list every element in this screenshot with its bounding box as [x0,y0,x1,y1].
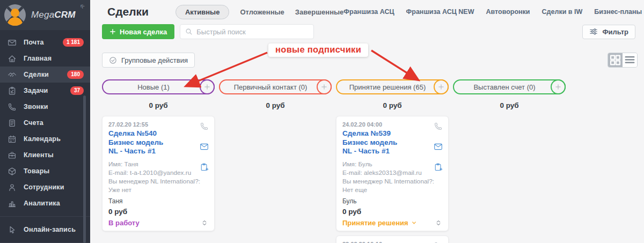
calendar-icon [8,135,17,144]
deal-card-footer: Принятие решения [342,219,442,227]
sidebar-item-deals[interactable]: Сделки 180 [0,67,90,83]
check-circle-icon [109,56,117,64]
kanban-column-invoice: Выставлен счет (0) 0 руб [453,79,566,243]
deal-datetime: 27.02.20 12:55 [108,121,208,128]
sidebar-scrollbar[interactable] [83,95,86,243]
tab-completed[interactable]: Завершенные [295,8,343,16]
deal-fields: Имя: Таня E-mail: t-a-t.2010@yandex.ru В… [108,160,208,194]
handshake-icon [8,70,17,79]
deal-card-actions [434,241,443,243]
plus-icon [320,83,328,91]
expand-card-icon[interactable] [201,219,208,227]
tab-active[interactable]: Активные [175,5,229,19]
sidebar: « MegaCRM Почта 1 181 Главная Сделки 180… [0,0,90,243]
deal-title[interactable]: Сделка №540 Бизнес модель NL - Часть #1 [108,129,165,156]
column-header: Первичный контакт (0) [219,79,332,94]
sidebar-item-tasks[interactable]: Задачи 37 [0,83,90,99]
deal-status-link[interactable]: Принятие решения [342,219,417,227]
chevron-down-icon [411,220,417,226]
phone-icon [8,102,17,112]
column-header: Принятие решения (65) [336,79,449,94]
new-deal-button[interactable]: Новая сделка [102,24,174,39]
group-actions-button[interactable]: Групповые действия [102,53,195,68]
add-deal-button[interactable] [200,79,215,94]
link-business-plans[interactable]: Бизнес-планы [594,8,642,16]
mail-icon [8,38,17,47]
search-icon [185,28,193,35]
sidebar-item-mail[interactable]: Почта 1 181 [0,34,90,50]
filter-button[interactable]: Фильтр [582,25,635,39]
column-title: Принятие решения (65) [349,83,435,91]
sidebar-item-staff[interactable]: Сотрудники [0,179,90,195]
kanban-column-new: Новые (1) 0 руб 27.02.20 12:55 Сделка №5… [102,79,215,243]
sidebar-header: « MegaCRM [0,0,90,30]
grid-view-icon[interactable] [608,53,623,67]
sidebar-item-home[interactable]: Главная [0,50,90,67]
deal-status-link[interactable]: В работу [108,219,140,227]
deal-card-footer: В работу [108,219,208,227]
column-header: Новые (1) [102,79,215,94]
deal-card[interactable]: 24.02.20 04:00 Сделка №539 Бизнес модель… [336,116,449,231]
deal-contact: Таня [108,197,208,205]
column-title: Выставлен счет (0) [473,83,545,91]
sidebar-item-products[interactable]: Товары [0,163,90,179]
home-icon [8,54,17,63]
sidebar-item-calendar[interactable]: Календарь [0,131,90,147]
page-title: Сделки [107,5,149,18]
annotation-label: новые подписчики [268,43,368,57]
bar-chart-icon [8,199,17,208]
sliders-icon [589,28,598,35]
expand-card-icon[interactable] [435,219,442,227]
box-icon [8,167,17,176]
view-toggle [608,53,638,68]
sidebar-item-online-booking[interactable]: Онлайн-запись [0,222,90,238]
link-deals-iw[interactable]: Сделки в IW [542,8,583,16]
add-deal-button[interactable] [551,79,566,94]
sidebar-item-analytics[interactable]: Аналитика [0,195,90,211]
briefcase-icon [8,151,17,160]
sidebar-item-invoices[interactable]: Счета [0,115,90,131]
deal-card-actions [200,122,209,172]
deal-fields: Имя: Буль E-mail: aleks20313@mail.ru Вы … [342,160,442,194]
add-deal-button[interactable] [434,79,449,94]
collapse-sidebar-icon[interactable]: « [78,1,87,10]
column-title: Первичный контакт (0) [234,83,317,91]
link-franchise-asc-new[interactable]: Франшиза АСЦ NEW [406,8,474,16]
mail-badge: 1 181 [63,38,84,47]
deal-card[interactable]: 23.02.20 16:10 Сделка №538 [336,235,449,243]
link-autofunnels[interactable]: Автоворонки [486,8,530,16]
mail-icon[interactable] [200,142,209,151]
deal-title[interactable]: Сделка №539 Бизнес модель NL - Часть #1 [342,129,399,156]
sidebar-item-clients[interactable]: Клиенты [0,147,90,163]
phone-icon[interactable] [200,122,209,131]
mail-icon[interactable] [434,142,443,151]
add-task-icon[interactable] [434,163,443,172]
deal-card-actions [434,122,443,172]
phone-icon[interactable] [434,122,443,131]
deal-card[interactable]: 27.02.20 12:55 Сделка №540 Бизнес модель… [102,116,215,231]
divider [0,216,90,217]
tab-postponed[interactable]: Отложенные [240,8,284,16]
deal-state-tabs: Активные Отложенные Завершенные [175,5,343,19]
link-franchise-asc[interactable]: Франшиза АСЦ [343,8,394,16]
invoice-icon [8,119,17,128]
main-area: Сделки Активные Отложенные Завершенные Ф… [90,0,644,243]
add-task-icon[interactable] [200,163,209,172]
person-icon [8,183,17,192]
column-total: 0 руб [336,101,449,109]
deal-amount: 0 руб [342,208,442,216]
column-title: Новые (1) [137,83,179,91]
kanban-column-decision: Принятие решения (65) 0 руб 24.02.20 04:… [336,79,449,243]
sidebar-item-calls[interactable]: Звонки [0,99,90,115]
toolbar: Новая сделка Фильтр [90,24,644,40]
column-total: 0 руб [453,101,566,109]
phone-icon[interactable] [434,241,443,243]
quick-search-input[interactable] [196,28,309,36]
column-total: 0 руб [102,101,215,109]
add-deal-button[interactable] [317,79,332,94]
column-total: 0 руб [219,101,332,109]
quick-search [180,24,314,39]
list-view-icon[interactable] [623,53,637,67]
deal-contact: Буль [342,197,442,205]
megacrm-logo [4,4,26,26]
